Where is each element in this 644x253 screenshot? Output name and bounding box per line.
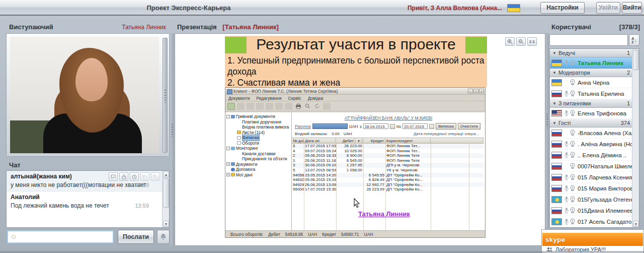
tree-item[interactable]: Вхідна платіжна вимога — [226, 124, 291, 130]
chat-scrollbar[interactable]: ▲ ▼ — [162, 171, 169, 227]
menu-service[interactable]: Сервіс — [288, 96, 301, 100]
search-icon[interactable] — [304, 103, 311, 110]
minimize-icon[interactable]: – — [468, 89, 473, 93]
chat-bubble-icon[interactable] — [109, 172, 118, 181]
kz-flag-icon — [551, 218, 562, 225]
users-search-input[interactable] — [549, 34, 628, 46]
user-list-item[interactable]: -Власова Алена (Хали — [550, 128, 632, 139]
calendar-icon[interactable] — [429, 124, 434, 129]
tree-item[interactable]: + Документи — [226, 162, 291, 167]
menu-edit[interactable]: Редагування — [256, 96, 281, 100]
table-row[interactable]: 513.07.2015 08:531 058.00УК у м. Черніго… — [292, 168, 484, 173]
zoom-out-icon[interactable] — [516, 37, 526, 46]
table-row[interactable]: 517.07.2015 17:0326 223.00ФОП Линник Тет… — [292, 144, 484, 149]
user-list-item[interactable]: . Алёна Аверина (Нови — [550, 139, 632, 150]
chat-input[interactable] — [7, 230, 114, 243]
table-row[interactable]: 409.07.2015 09:2410 025.00ФОП Линник Тет… — [292, 149, 484, 154]
slide-accent-left — [225, 37, 247, 53]
date-from-field[interactable]: 28.04.2015 — [363, 123, 388, 129]
tree-item[interactable]: - Моніторинг — [226, 146, 291, 151]
close-icon[interactable]: × — [479, 89, 484, 93]
account-field[interactable] — [312, 123, 348, 129]
menu-help[interactable]: Довідка — [308, 96, 324, 100]
tree-expander-icon[interactable]: - — [226, 147, 230, 150]
font-decrease-icon[interactable]: T↓ — [151, 172, 160, 181]
chat-message[interactable]: Анатолий Под лежачий камень вода не тече… — [7, 192, 162, 212]
user-group-header[interactable]: ▼ Модератори 2 — [550, 69, 632, 77]
send-button[interactable]: Послати — [118, 230, 154, 244]
user-list-item[interactable]: Елена Трифонова — [550, 108, 632, 119]
sorted-column-header[interactable]: Дебет ▼ — [336, 138, 363, 143]
chat-message-text: Под лежачий камень вода не течет — [11, 202, 109, 209]
user-list-item[interactable]: 0007Наталья Шмелева — [550, 161, 632, 172]
logout-button[interactable]: Вийти — [622, 2, 642, 14]
table-row[interactable]: 94058815.05.2015 14:206 545.55ДП "Оріфле… — [292, 173, 484, 178]
tree-expander-icon[interactable]: - — [226, 115, 230, 118]
scroll-down-icon[interactable]: ▼ — [163, 221, 169, 227]
statement-button[interactable]: Виписка — [436, 123, 456, 130]
menu-documents[interactable]: Документи — [228, 96, 250, 100]
user-group-header[interactable]: ▼ З питаннями 1 — [550, 99, 632, 108]
users-panel-title: Користувачі — [551, 23, 591, 31]
tree-expander-icon[interactable]: + — [226, 162, 230, 166]
tree-item[interactable]: + Мої дані — [226, 172, 291, 178]
scroll-up-icon[interactable]: ▲ — [163, 171, 169, 177]
chat-scroll-thumb[interactable] — [163, 178, 169, 208]
table-row[interactable]: 330.06.2015 09:101 257.95ДПІ у м. Черніг… — [292, 163, 484, 168]
users-scroll-thumb[interactable] — [633, 50, 639, 70]
login-button[interactable]: Увійти — [596, 2, 620, 14]
refresh-icon[interactable] — [313, 103, 321, 110]
sort-az-icon[interactable]: AZ↓ — [629, 34, 639, 46]
clear-button[interactable]: Очистити — [458, 123, 480, 130]
table-row[interactable]: 94929426.06.2015 13:0912 992.77ДП "Оріфл… — [292, 182, 484, 187]
maximize-icon[interactable]: □ — [473, 89, 478, 93]
statement-controls: Рахунок UAH з 28.04.2015 по 20.07.2015 В… — [295, 123, 480, 130]
user-list-item[interactable]: .. Елена Дёмина .. — [550, 150, 632, 161]
scroll-down-icon[interactable]: ▼ — [633, 221, 639, 227]
tree-item[interactable]: Приєднання та об'єкти — [226, 156, 291, 162]
ua-flag-icon[interactable] — [507, 4, 520, 12]
settings-button[interactable]: Настройки — [540, 2, 585, 14]
font-increase-icon[interactable]: T↑ — [140, 172, 149, 181]
panel-splitter-left[interactable] — [171, 33, 174, 246]
calendar-icon[interactable] — [390, 124, 395, 129]
user-list-item[interactable]: Татьяна Линник — [550, 57, 632, 69]
table-row[interactable]: 94632705.06.2015 15:196 828.49ДП "Оріфле… — [292, 177, 484, 182]
panel-splitter-right[interactable] — [545, 33, 549, 228]
tree-item[interactable]: - Гривневі документи — [226, 114, 291, 119]
user-list-item[interactable]: 015Диана Илеменева( — [550, 205, 632, 216]
collapse-triangle-icon: ▼ — [552, 51, 556, 55]
tree-item[interactable]: Платіжні доручення — [226, 119, 291, 125]
user-list-item[interactable]: Татьяна Ерилина — [550, 88, 632, 99]
user-list-item[interactable]: 015 Мария Викторова — [550, 183, 632, 194]
user-list-item[interactable]: 017 Асель Сагадатова — [550, 216, 632, 227]
user-list-item[interactable]: Анна Черна — [550, 77, 632, 88]
user-group-header[interactable]: ▼ Гості 374 — [550, 119, 632, 128]
bell-button[interactable] — [157, 230, 170, 244]
tree-item[interactable]: Виписки — [226, 135, 291, 141]
print-icon[interactable] — [294, 103, 302, 110]
table-row[interactable]: 126.06.2015 11:186 545.00ФОП Линник Тетя — [292, 158, 484, 163]
cam-icon — [570, 163, 576, 169]
user-list-item[interactable]: 015Гульзада Отегено — [550, 194, 632, 205]
tree-item[interactable]: Канали доставки — [226, 151, 291, 157]
date-to-field[interactable]: 20.07.2015 — [403, 123, 428, 129]
bank-account-link[interactable]: АТ"РАЙФФАЙЗЕН БАНК АВАЛЬ" У М.КИЄВІ — [292, 115, 485, 120]
user-group-header[interactable]: ▼ Ведучі 1 — [550, 49, 632, 57]
lock-icon[interactable] — [119, 172, 128, 181]
new-document-icon[interactable] — [227, 103, 235, 110]
zoom-reset-button[interactable]: 1:1 — [527, 37, 537, 46]
tree-item[interactable]: Обороти — [226, 141, 291, 146]
tree-expander-icon[interactable]: + — [226, 173, 230, 176]
table-row[interactable]: 205.06.2015 18:336 900.00ФОП Линник Тетя — [292, 153, 484, 158]
tree-item[interactable]: Допомога — [226, 167, 291, 172]
users-scrollbar[interactable]: ▼ — [632, 49, 639, 227]
video-side-handle[interactable] — [163, 38, 168, 153]
zoom-in-icon[interactable] — [505, 37, 515, 46]
account-label-link[interactable]: Рахунок — [295, 124, 311, 129]
skype-notification[interactable]: skype Лаборатория УРА!!! — [541, 229, 644, 253]
user-list-item[interactable]: 015 Ларчева Ксения ( — [550, 172, 632, 183]
table-row[interactable]: 95000117.07.2015 15:3026 223.09ДП "Оріфл… — [292, 187, 484, 192]
smiley-icon[interactable]: ☺ — [10, 232, 17, 240]
clock-icon[interactable] — [130, 172, 139, 181]
